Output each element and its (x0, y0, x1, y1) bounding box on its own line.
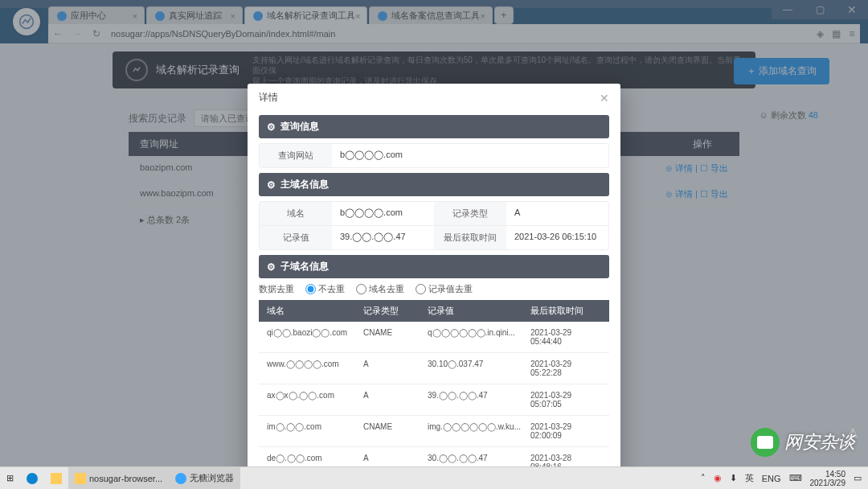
col-type: 记录类型 (363, 305, 428, 317)
taskbar: ⊞ nosugar-browser... 无糖浏览器 ˄ ◉ ⬇ 英 ENG ⌨… (0, 466, 868, 489)
col-value: 记录值 (428, 305, 530, 317)
dedup-label: 数据去重 (259, 283, 294, 295)
subdomain-row: www.◯◯◯◯.comA30.10◯.037.472021-03-29 05:… (259, 353, 609, 384)
subdomain-row: qi◯◯.baozi◯◯.comCNAMEq◯◯◯◯◯◯.in.qini...2… (259, 322, 609, 353)
recval-label: 记录值 (260, 226, 332, 249)
tray-up-icon[interactable]: ˄ (701, 473, 706, 483)
lang-indicator-2: ENG (762, 474, 781, 483)
edge-icon[interactable] (20, 467, 44, 489)
dedup-options: 数据去重 不去重 域名去重 记录值去重 (259, 283, 609, 295)
section-sub-domain: ⚙子域名信息 (259, 255, 609, 278)
gear-icon: ⚙ (267, 121, 276, 133)
lasttime-label: 最后获取时间 (434, 226, 506, 249)
domain-label: 域名 (260, 202, 332, 225)
subdomain-header: 域名 记录类型 记录值 最后获取时间 (259, 300, 609, 322)
lang-indicator[interactable]: 英 (745, 472, 754, 484)
ime-icon[interactable]: ⌨ (789, 473, 802, 483)
clock[interactable]: 14:502021/3/29 (810, 470, 846, 487)
explorer-icon[interactable] (44, 467, 68, 489)
query-site-value: b◯◯◯◯.com (332, 144, 608, 167)
recval-value: 39.◯◯.◯◯.47 (332, 226, 434, 249)
lasttime-value: 2021-03-26 06:15:10 (506, 226, 608, 249)
section-query-info: ⚙查询信息 (259, 115, 609, 138)
section-main-domain: ⚙主域名信息 (259, 173, 609, 196)
modal-title: 详情 (259, 91, 278, 105)
tray-notif-icon[interactable]: ◉ (714, 473, 722, 483)
rectype-value: A (506, 202, 608, 225)
taskbar-app-2[interactable]: 无糖浏览器 (169, 467, 240, 489)
wechat-icon (751, 428, 780, 457)
col-time: 最后获取时间 (530, 305, 601, 317)
dedup-recval[interactable]: 记录值去重 (416, 283, 473, 295)
domain-value: b◯◯◯◯.com (332, 202, 434, 225)
gear-icon: ⚙ (267, 261, 276, 273)
subdomain-row: ax◯x◯.◯◯.comA39.◯◯.◯◯.472021-03-29 05:07… (259, 384, 609, 416)
rectype-label: 记录类型 (434, 202, 506, 225)
taskbar-app-1[interactable]: nosugar-browser... (68, 467, 169, 489)
subdomain-row: im◯.◯◯.comCNAMEimg.◯◯◯◯◯◯.w.ku...2021-03… (259, 416, 609, 447)
modal-close-button[interactable]: ✕ (600, 92, 609, 105)
dedup-none[interactable]: 不去重 (305, 283, 345, 295)
dedup-domain[interactable]: 域名去重 (356, 283, 404, 295)
system-tray: ˄ ◉ ⬇ 英 ENG ⌨ 14:502021/3/29 ▭ (701, 470, 868, 487)
watermark: 网安杂谈 (751, 428, 855, 457)
query-site-label: 查询网站 (260, 144, 332, 167)
gear-icon: ⚙ (267, 179, 276, 191)
tray-download-icon[interactable]: ⬇ (730, 473, 737, 483)
start-button[interactable]: ⊞ (0, 467, 20, 489)
col-domain: 域名 (267, 305, 363, 317)
detail-modal: 详情 ✕ ⚙查询信息 查询网站 b◯◯◯◯.com ⚙主域名信息 域名b◯◯◯◯… (248, 84, 620, 489)
notification-icon[interactable]: ▭ (854, 473, 862, 483)
